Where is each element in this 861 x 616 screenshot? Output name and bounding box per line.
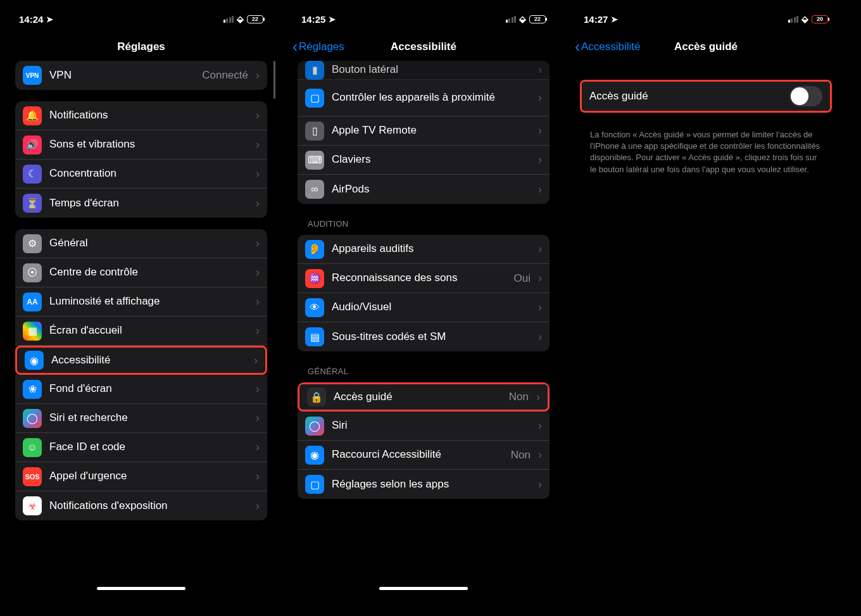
phone-accessibility: 14:25 ➤ ⬙ 22 ‹Réglages Accessibilité ▮Bo… [287,5,560,594]
wifi-icon: ⬙ [237,15,244,23]
faceid-row[interactable]: ☺Face ID et code› [15,433,267,462]
navbar: ‹Accessibilité Accès guidé [570,33,842,61]
guided-access-toggle-row[interactable]: Accès guidé [582,82,830,111]
location-icon: ➤ [611,15,618,24]
general-row[interactable]: ⚙Général› [15,229,267,258]
page-title: Accessibilité [391,41,456,53]
chevron-right-icon: › [538,183,542,196]
hearing-icon: 👂 [305,240,324,259]
screentime-row[interactable]: ⏳Temps d'écran› [15,189,267,218]
vpn-row[interactable]: VPN VPN Connecté › [15,61,267,90]
moon-icon: ☾ [23,165,42,184]
chevron-right-icon: › [538,419,542,432]
brightness-icon: AA [23,292,42,311]
siri-row[interactable]: ◯Siri› [298,412,550,441]
wifi-icon: ⬙ [801,15,808,23]
home-indicator[interactable] [97,587,185,590]
chevron-right-icon: › [256,167,260,180]
chevron-right-icon: › [256,441,260,454]
chevron-right-icon: › [538,330,542,344]
chevron-right-icon: › [256,382,260,396]
tv-remote-row[interactable]: ▯Apple TV Remote› [298,116,550,146]
control-center-row[interactable]: ⦿Centre de contrôle› [15,258,267,287]
back-button[interactable]: ‹Réglages [292,39,344,54]
guided-access-description: La fonction « Accès guidé » vous permet … [570,124,842,180]
section-header-general: GÉNÉRAL [287,363,560,380]
navbar: ‹Réglages Accessibilité [287,33,560,61]
emergency-row[interactable]: SOSAppel d'urgence› [15,462,267,491]
accessibility-row[interactable]: ◉Accessibilité› [15,346,267,375]
display-row[interactable]: AALuminosité et affichage› [15,287,267,317]
chevron-right-icon: › [254,354,258,367]
page-title: Accès guidé [674,41,738,53]
toggle-switch[interactable] [789,86,822,106]
home-indicator[interactable] [379,587,468,590]
chevron-right-icon: › [256,237,260,250]
side-button-row[interactable]: ▮Bouton latéral› [298,61,550,80]
chevron-right-icon: › [538,124,542,137]
phone-settings: 14:24 ➤ ⬙ 22 Réglages VPN VPN Connecté ›… [5,5,277,594]
row-value: Connecté [202,69,248,82]
cellular-icon [788,16,799,23]
exposure-icon: ☣ [23,496,42,515]
wallpaper-row[interactable]: ❀Fond d'écran› [15,375,267,404]
subtitles-row[interactable]: ▤Sous-titres codés et SM› [298,322,550,351]
nearby-icon: ▢ [305,89,324,108]
wifi-icon: ⬙ [519,15,526,23]
guided-access-row[interactable]: 🔒Accès guidéNon› [298,382,550,412]
vpn-icon: VPN [23,66,42,85]
side-button-icon: ▮ [305,61,324,80]
navbar: Réglages [5,33,277,61]
accessibility-shortcut-row[interactable]: ◉Raccourci AccessibilitéNon› [298,441,550,470]
statusbar: 14:25 ➤ ⬙ 22 [287,5,560,33]
lock-icon: 🔒 [307,387,326,406]
chevron-right-icon: › [538,301,542,314]
keyboards-row[interactable]: ⌨Claviers› [298,146,550,175]
accessibility-icon: ◉ [25,351,44,370]
chevron-right-icon: › [256,470,260,483]
hearing-devices-row[interactable]: 👂Appareils auditifs› [298,235,550,264]
battery-icon: 22 [247,15,263,23]
statusbar: 14:27 ➤ ⬙ 20 [570,5,842,33]
chevron-right-icon: › [256,295,260,308]
exposure-row[interactable]: ☣Notifications d'exposition› [15,491,267,520]
chevron-right-icon: › [256,266,260,279]
home-screen-icon: ▦ [23,322,42,341]
hourglass-icon: ⏳ [23,194,42,213]
audio-visual-icon: 👁 [305,298,324,317]
chevron-left-icon: ‹ [292,39,298,54]
nearby-control-row[interactable]: ▢Contrôler les appareils à proximité› [298,80,550,116]
back-button[interactable]: ‹Accessibilité [575,39,641,54]
speaker-icon: 🔊 [23,135,42,154]
sounds-row[interactable]: 🔊Sons et vibrations› [15,130,267,160]
phone-guided-access: 14:27 ➤ ⬙ 20 ‹Accessibilité Accès guidé … [570,5,842,594]
sound-recog-icon: ♒ [305,269,324,288]
chevron-right-icon: › [256,69,260,82]
airpods-icon: ∞ [305,180,324,199]
per-app-settings-row[interactable]: ▢Réglages selon les apps› [298,470,550,499]
airpods-row[interactable]: ∞AirPods› [298,175,550,204]
bell-icon: 🔔 [23,106,42,125]
subtitles-icon: ▤ [305,327,324,346]
battery-icon: 22 [529,15,546,23]
audio-visual-row[interactable]: 👁Audio/Visuel› [298,293,550,322]
per-app-icon: ▢ [305,475,324,494]
row-label: VPN [49,69,194,82]
location-icon: ➤ [329,15,336,24]
sound-recognition-row[interactable]: ♒Reconnaissance des sonsOui› [298,264,550,293]
statusbar-time: 14:27 [584,14,608,25]
focus-row[interactable]: ☾Concentration› [15,160,267,189]
keyboard-icon: ⌨ [305,151,324,170]
notifications-row[interactable]: 🔔Notifications› [15,101,267,130]
chevron-left-icon: ‹ [575,39,580,54]
chevron-right-icon: › [256,500,260,513]
section-header-hearing: AUDITION [287,215,560,232]
chevron-right-icon: › [538,63,542,77]
chevron-right-icon: › [256,109,260,122]
chevron-right-icon: › [538,272,542,285]
faceid-icon: ☺ [23,438,42,457]
siri-row[interactable]: ◯Siri et recherche› [15,404,267,433]
home-screen-row[interactable]: ▦Écran d'accueil› [15,317,267,346]
statusbar-time: 14:24 [19,14,43,25]
cellular-icon [506,16,517,23]
